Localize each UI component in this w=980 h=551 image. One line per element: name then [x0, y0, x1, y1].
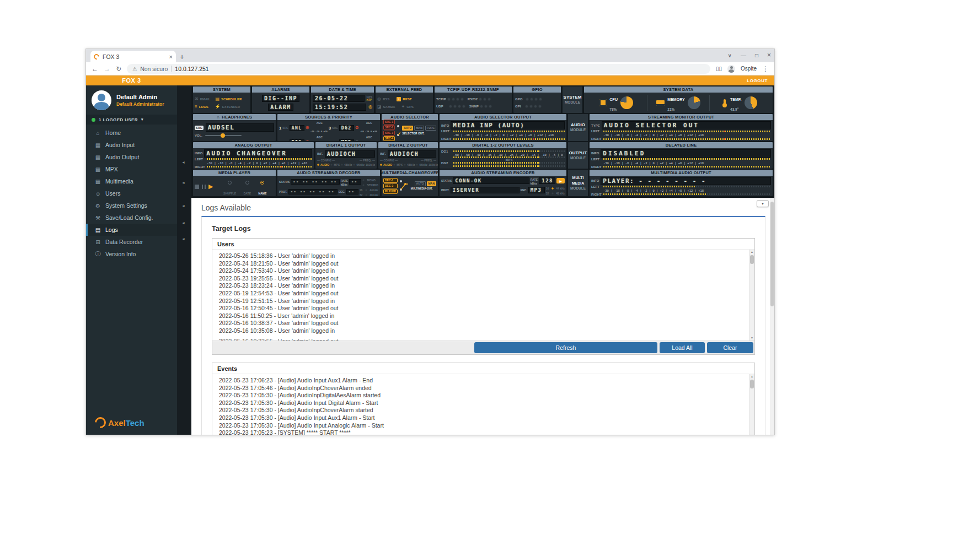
log-entry: 2022-05-26 15:18:36 - User 'admin' logge…	[219, 252, 743, 260]
reading-list-icon[interactable]: ▯▯	[716, 66, 722, 72]
online-dot-icon	[92, 118, 95, 122]
panel-streaming-encoder: AUDIO STREAMING ENCODER STATUSCONN-OKRAT…	[440, 170, 566, 196]
memory-gauge: MEMORY21%	[647, 93, 709, 113]
wrench-icon: ⚒	[94, 215, 101, 221]
changeover-switch-graphic	[399, 178, 409, 193]
profile-avatar-icon[interactable]	[727, 65, 735, 73]
logged-user-dropdown[interactable]: 1 LOGGED USER ▾	[86, 115, 177, 125]
sidebar-item-version-info[interactable]: ⓘVersion Info	[86, 248, 177, 260]
new-tab-button[interactable]: +	[176, 51, 188, 62]
sidebar-item-data-recorder[interactable]: ⊞Data Recorder	[86, 236, 177, 248]
sidebar-item-audio-input[interactable]: ▦Audio Input	[86, 139, 177, 151]
users-log-list[interactable]: 2022-05-26 15:18:36 - User 'admin' logge…	[212, 250, 754, 338]
kebab-menu-icon[interactable]: ⋮	[762, 65, 769, 73]
forc-chip[interactable]: FORC	[425, 126, 436, 131]
collapse-dashboard-button[interactable]: ▾	[757, 200, 769, 207]
snmp-led	[480, 105, 483, 108]
minimize-icon[interactable]: —	[741, 52, 746, 58]
panel-multimedia-output: MULTIMEDIA AUDIO OUTPUT INFOPLAYER: - - …	[590, 170, 773, 196]
back-icon[interactable]: ←	[92, 65, 98, 73]
browser-menu-chevron-icon[interactable]: ∨	[728, 52, 732, 58]
panel-delayed-line: DELAYED LINE INFODISABLED LEFT -30 | -18…	[590, 142, 773, 169]
users-scrollbar[interactable]: ▲ ▼	[749, 250, 754, 341]
analog-output-display: AUDIO CHANGEOVER	[204, 149, 312, 158]
audio-module-tab: AUDIO MODULE	[568, 114, 588, 141]
name-radio[interactable]	[260, 181, 264, 185]
close-icon[interactable]: ×	[767, 51, 771, 59]
info-icon: ⓘ	[94, 250, 101, 258]
sidebar-item-audio-output[interactable]: ▦Audio Output	[86, 151, 177, 163]
grid-icon: ▦	[94, 142, 101, 148]
digital2-display: AUDIOCH	[388, 150, 436, 158]
axeltech-swirl-icon	[93, 415, 108, 430]
cpu-pie-chart	[620, 96, 633, 109]
row-collapse-icon[interactable]: ◄	[181, 237, 185, 241]
auto-chip[interactable]: AUTO	[402, 126, 413, 131]
page-scroll-thumb[interactable]	[770, 202, 774, 306]
scroll-thumb[interactable]	[750, 380, 754, 388]
user-role: Default Administrator	[116, 101, 164, 107]
panel-audio-selector: AUDIO SELECTOR SRC-1 SRC-2 SRC-3 SRC-4	[382, 114, 438, 141]
email-icon: ✉	[195, 96, 199, 101]
address-field[interactable]: ⚠ Non sicuro 10.0.127.251	[127, 64, 710, 74]
date-radio[interactable]	[245, 181, 249, 185]
divider	[171, 66, 172, 72]
panel-digital-levels: DIGITAL 1-2 OUTPUT LEVELS DG1 -60 | -50 …	[440, 142, 566, 169]
decoder-dec-display: -- --	[346, 189, 358, 195]
sidebar-item-users[interactable]: ☺Users	[86, 187, 177, 199]
clear-button[interactable]: Clear	[707, 342, 753, 353]
sidebar-item-multimedia[interactable]: ▦Multimedia	[86, 175, 177, 187]
volume-knob[interactable]	[221, 133, 225, 138]
sidebar-item-home[interactable]: ⌂Home	[86, 127, 177, 139]
row-collapse-icon[interactable]: ◄	[181, 221, 185, 225]
scroll-up-icon[interactable]: ▲	[751, 250, 753, 255]
browser-tab[interactable]: FOX 3 ×	[90, 51, 176, 62]
dec1-tag: DEC-1	[383, 178, 398, 183]
panel-audio-selector-output: AUDIO SELECTOR OUTPUT INFOMEDIA INP (AUT…	[440, 114, 566, 141]
volume-slider[interactable]	[205, 135, 242, 136]
fox3-app: FOX 3 LOGOUT Default Admin Default Admin…	[86, 75, 774, 435]
orange-bar: LOGOUT	[177, 75, 774, 85]
src1-tag: SRC-1	[383, 120, 395, 125]
events-scrollbar[interactable]: ▲ ▼	[749, 374, 754, 435]
encoder-play-button[interactable]: ▶	[556, 178, 565, 183]
log-entry: 2022-05-16 11:50:25 - User 'admin' logge…	[219, 312, 743, 320]
events-log-list[interactable]: 2022-05-23 17:06:23 - [Audio] Audio Inpu…	[212, 374, 754, 435]
scroll-down-icon[interactable]: ▼	[751, 336, 753, 341]
sidebar: Default Admin Default Administrator 1 LO…	[86, 85, 177, 435]
scroll-thumb[interactable]	[750, 255, 754, 264]
stop-button[interactable]	[195, 185, 199, 189]
load-all-button[interactable]: Load All	[660, 342, 705, 353]
scroll-up-icon[interactable]: ▲	[751, 374, 753, 379]
events-log-box: Events 2022-05-23 17:06:23 - [Audio] Aud…	[212, 363, 755, 435]
row-collapse-icon[interactable]: ◄	[181, 204, 185, 208]
logout-button[interactable]: LOGOUT	[747, 78, 768, 83]
sidebar-item-mpx[interactable]: ▦MPX	[86, 163, 177, 175]
refresh-button[interactable]: Refresh	[474, 342, 657, 353]
page-scrollbar[interactable]	[770, 198, 774, 435]
maximize-icon[interactable]: □	[755, 52, 758, 58]
reload-icon[interactable]: ↻	[116, 65, 121, 73]
pause-button[interactable]	[202, 185, 206, 189]
user-icon: ☺	[94, 191, 101, 197]
man-chip[interactable]: MAN	[427, 181, 436, 186]
man-chip[interactable]: MAN	[414, 126, 424, 131]
warning-icon: ⚠	[132, 66, 137, 72]
multimedia-output-display: PLAYER: - - - - - - - -	[601, 177, 771, 185]
play-button[interactable]: ▶	[208, 184, 213, 189]
alarm-clock-icon: ⊚	[368, 104, 372, 110]
row-collapse-icon[interactable]: ◄	[181, 181, 185, 185]
source-3: 3SRCDG2⊘AGC-40 -20 0 +20	[329, 121, 378, 134]
auto-chip[interactable]: AUTO	[415, 181, 426, 186]
sidebar-item-logs[interactable]: ▤Logs	[86, 224, 177, 236]
sidebar-item-save-load-config[interactable]: ⚒Save/Load Config.	[86, 212, 177, 224]
users-log-box: Users 2022-05-26 15:18:36 - User 'admin'…	[212, 238, 755, 355]
row-collapse-icon[interactable]: ◄	[181, 160, 185, 164]
tab-close-icon[interactable]: ×	[169, 53, 173, 60]
sidebar-item-system-settings[interactable]: ⚙System Settings	[86, 199, 177, 212]
sidebar-nav: ⌂Home ▦Audio Input ▦Audio Output ▦MPX ▦M…	[86, 127, 177, 260]
forward-icon[interactable]: →	[104, 65, 110, 73]
shuffle-radio[interactable]	[228, 181, 232, 185]
dec2-tag: DEC-2	[383, 183, 398, 188]
panel-multimedia-changeover: MULTIMEDIA-CHANGEOVER DEC-1 DEC-2 PLAYER…	[382, 170, 438, 196]
